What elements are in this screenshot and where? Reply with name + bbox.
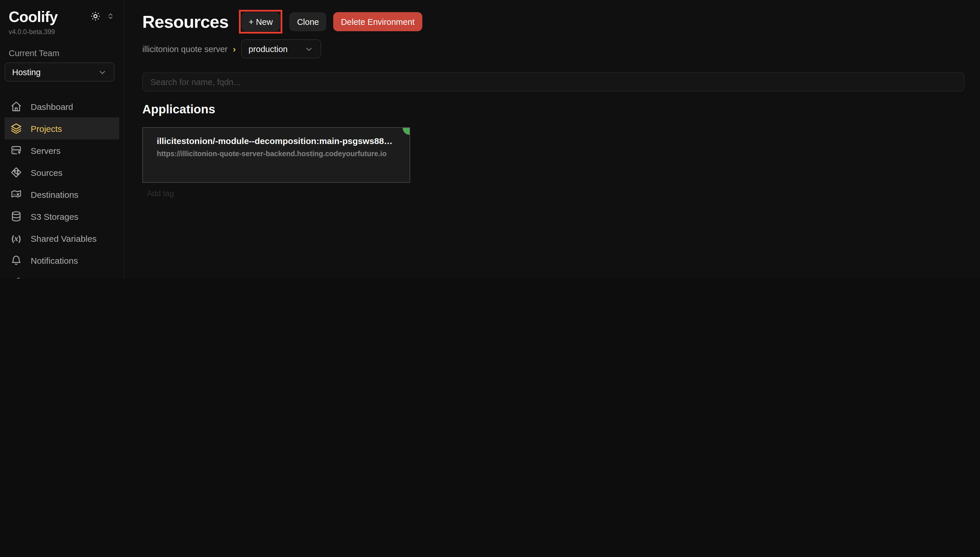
sidebar-item-dashboard[interactable]: Dashboard [5,95,119,117]
breadcrumb-chevron-icon: › [233,44,236,54]
search-input[interactable] [142,72,964,91]
breadcrumb-project-link[interactable]: illicitonion quote server [142,44,228,54]
app-logo: Coolify [9,8,57,26]
environment-select-value: production [249,44,288,54]
map-icon [10,189,22,200]
variables-icon: (x) [10,233,22,244]
environment-select[interactable]: production [241,39,321,59]
add-tag-input[interactable]: Add tag [147,189,965,198]
application-url: https://illicitonion-quote-server-backen… [157,150,396,158]
team-select[interactable]: Hosting [5,62,114,81]
clone-button[interactable]: Clone [290,12,327,31]
status-indicator [403,128,410,135]
sidebar-item-shared-variables[interactable]: (x) Shared Variables [5,227,119,249]
chevron-down-icon [98,67,107,77]
sidebar-nav: Dashboard Projects Servers Sources Desti… [5,95,119,278]
sidebar-item-label: Destinations [31,189,78,199]
sidebar-item-notifications[interactable]: Notifications [5,249,119,271]
database-icon [10,210,22,222]
bell-icon [10,254,22,266]
team-select-value: Hosting [12,67,41,77]
coolify-app: Coolify v4.0.0-beta.399 Current Team Hos… [0,0,980,278]
sidebar-item-label: Projects [31,124,62,134]
breadcrumb: illicitonion quote server › production [142,39,965,59]
sidebar-item-label: Sources [31,168,62,177]
main-content: Resources + New Clone Delete Environment… [124,0,980,278]
sidebar-item-servers[interactable]: Servers [5,139,119,161]
theme-switcher-button[interactable] [106,12,114,20]
chevron-up-down-icon [106,12,114,20]
sidebar-item-label: S3 Storages [31,212,78,221]
delete-environment-button[interactable]: Delete Environment [334,12,422,31]
sidebar-item-destinations[interactable]: Destinations [5,183,119,205]
page-header: Resources + New Clone Delete Environment [142,10,965,34]
current-team-label: Current Team [5,49,119,58]
sidebar-item-label: Dashboard [31,101,73,111]
sidebar-item-label: Servers [31,145,60,155]
logo-row: Coolify [5,8,119,26]
sidebar-item-label: Keys & Tokens [31,277,88,278]
sidebar: Coolify v4.0.0-beta.399 Current Team Hos… [0,0,124,278]
app-version: v4.0.0-beta.399 [5,28,119,35]
sidebar-item-keys-tokens[interactable]: Keys & Tokens [5,271,119,278]
key-icon [10,277,22,278]
top-icons [90,11,119,21]
application-card[interactable]: illicitestonion/-module--decomposition:m… [142,127,410,183]
sidebar-item-label: Notifications [31,256,78,265]
new-button[interactable]: + New [241,12,280,31]
annotation-highlight: + New [239,10,283,34]
layers-icon [10,123,22,134]
page-title: Resources [142,12,228,31]
home-icon [10,101,22,112]
git-source-icon [10,166,22,178]
sidebar-item-s3-storages[interactable]: S3 Storages [5,205,119,227]
chevron-down-icon [304,44,313,54]
theme-toggle-button[interactable] [90,11,101,21]
application-name: illicitestonion/-module--decomposition:m… [157,136,396,146]
sidebar-item-sources[interactable]: Sources [5,161,119,183]
sidebar-item-label: Shared Variables [31,233,97,243]
sun-icon [90,11,101,21]
server-icon [10,145,22,156]
applications-section-title: Applications [142,103,965,116]
sidebar-item-projects[interactable]: Projects [5,117,119,139]
